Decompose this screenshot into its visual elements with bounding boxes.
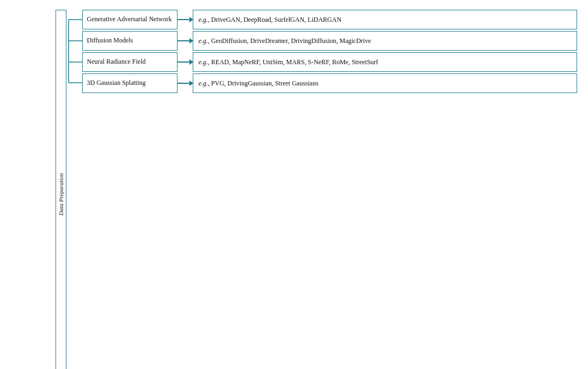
item-row: Generative Adversarial Network e.g., e.g… [82, 10, 578, 29]
example-text: e.g., GeoDiffusion, DriveDreamer, Drivin… [199, 36, 371, 46]
main-container: Forging Vision Foundation Models for Aut… [11, 10, 577, 369]
section-label-data-preparation: Data Preparation [56, 10, 66, 369]
item-row: Neural Radiance Field e.g., READ, MapNeR… [82, 52, 578, 72]
arrow-connector [177, 61, 193, 63]
example-box-diffusion: e.g., GeoDiffusion, DriveDreamer, Drivin… [193, 31, 578, 51]
diagram-area: Forging Vision Foundation Models for Aut… [11, 10, 577, 369]
example-text: e.g., READ, MapNeRF, UniSim, MARS, S-NeR… [199, 58, 378, 67]
section-branch-svg-1 [68, 10, 82, 93]
example-box-nerf: e.g., READ, MapNeRF, UniSim, MARS, S-NeR… [193, 52, 578, 72]
item-row: 3D Gaussian Splatting e.g., PVG, Driving… [82, 73, 578, 93]
arrow-connector [177, 83, 193, 84]
example-box-gaussian: e.g., PVG, DrivingGaussian, Street Gauss… [193, 73, 578, 93]
arrow-connector [177, 19, 193, 20]
example-text: e.g., PVG, DrivingGaussian, Street Gauss… [199, 79, 318, 88]
item-box-gan: Generative Adversarial Network [82, 10, 177, 29]
item-box-gaussian: 3D Gaussian Splatting [82, 73, 177, 93]
example-box-gan: e.g., e.g., DriveGAN, DeepRoad, SurfelGA… [193, 10, 578, 29]
example-text: e.g., e.g., DriveGAN, DeepRoad, SurfelGA… [199, 15, 342, 24]
section-content-1: Generative Adversarial Network e.g., e.g… [82, 10, 578, 369]
item-row: Diffusion Models e.g., GeoDiffusion, Dri… [82, 31, 578, 51]
section-data-preparation: Data Preparation Generative A [54, 10, 578, 369]
item-box-nerf: Neural Radiance Field [82, 52, 177, 72]
arrow-connector [177, 40, 193, 41]
sections-wrap: Data Preparation Generative A [54, 10, 578, 369]
section-label-col-1: Data Preparation [54, 10, 68, 369]
item-box-diffusion: Diffusion Models [82, 31, 177, 51]
